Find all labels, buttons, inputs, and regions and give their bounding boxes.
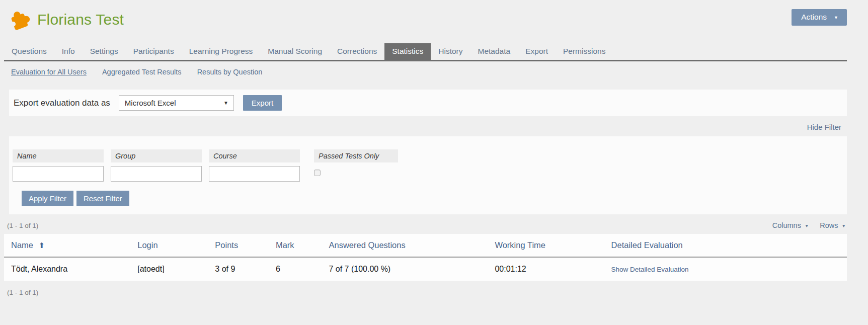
show-detailed-evaluation-link[interactable]: Show Detailed Evaluation [611, 266, 689, 273]
tab-manual-scoring[interactable]: Manual Scoring [260, 43, 330, 60]
tab-metadata[interactable]: Metadata [470, 43, 518, 60]
select-dropdown-arrow-icon: ▼ [223, 100, 228, 106]
columns-menu[interactable]: Columns ▼ [772, 221, 809, 229]
rows-menu-label: Rows [820, 221, 838, 229]
export-format-selected-value: Microsoft Excel [125, 99, 176, 107]
table-chrome: (1 - 1 of 1) Columns ▼ Rows ▼ [4, 214, 847, 234]
filter-field-course: Course [209, 149, 300, 182]
filter-field-name: Name [13, 149, 104, 182]
subtab-aggregated-test-results[interactable]: Aggregated Test Results [102, 68, 182, 76]
tab-export[interactable]: Export [518, 43, 556, 60]
chevron-down-icon: ▼ [834, 16, 838, 20]
cell-name: Tödt, Alexandra [4, 257, 130, 281]
column-header-detailed-evaluation: Detailed Evaluation [604, 234, 847, 257]
table-header-row: Name ⬆ Login Points Mark Answered Questi… [4, 234, 847, 257]
filter-panel: Name Group Course Passed Tests Only Appl… [9, 136, 847, 214]
tab-participants[interactable]: Participants [126, 43, 182, 60]
evaluation-table: Name ⬆ Login Points Mark Answered Questi… [4, 234, 847, 281]
course-filter-label: Course [209, 149, 300, 162]
cell-answered-questions: 7 of 7 (100.00 %) [322, 257, 488, 281]
filter-fields: Name Group Course Passed Tests Only [13, 149, 847, 182]
course-filter-input[interactable] [209, 166, 300, 182]
subtab-results-by-question[interactable]: Results by Question [197, 68, 263, 76]
export-button[interactable]: Export [243, 95, 282, 111]
chevron-down-icon: ▼ [842, 224, 846, 228]
name-filter-input[interactable] [13, 166, 104, 182]
column-header-answered-questions[interactable]: Answered Questions [322, 234, 488, 257]
group-filter-label: Group [111, 149, 202, 162]
chevron-down-icon: ▼ [805, 224, 809, 228]
cell-login: [atoedt] [130, 257, 208, 281]
cell-mark: 6 [269, 257, 322, 281]
cell-working-time: 00:01:12 [488, 257, 604, 281]
name-filter-label: Name [13, 149, 104, 162]
tab-questions[interactable]: Questions [4, 43, 54, 60]
export-bar: Export evaluation data as Microsoft Exce… [9, 90, 847, 116]
sort-ascending-icon: ⬆ [39, 241, 45, 250]
page-title: Florians Test [37, 11, 124, 28]
cell-detailed-evaluation: Show Detailed Evaluation [604, 257, 847, 281]
tab-statistics[interactable]: Statistics [384, 43, 431, 60]
tab-history[interactable]: History [431, 43, 470, 60]
cell-points: 3 of 9 [208, 257, 269, 281]
tab-learning-progress[interactable]: Learning Progress [182, 43, 261, 60]
column-header-working-time[interactable]: Working Time [488, 234, 604, 257]
column-header-mark[interactable]: Mark [269, 234, 322, 257]
column-header-name[interactable]: Name ⬆ [4, 234, 130, 257]
filter-toggle-row: Hide Filter [0, 116, 847, 136]
table-view-menus: Columns ▼ Rows ▼ [772, 221, 846, 229]
export-format-select[interactable]: Microsoft Excel ▼ [119, 95, 234, 111]
filter-field-passed-tests-only: Passed Tests Only [314, 149, 398, 182]
subtab-evaluation-for-all-users[interactable]: Evaluation for All Users [11, 68, 87, 76]
group-filter-input[interactable] [111, 166, 202, 182]
page-header: Florians Test Actions ▼ [0, 0, 868, 43]
column-header-login[interactable]: Login [130, 234, 208, 257]
filter-buttons: Apply Filter Reset Filter [13, 191, 847, 206]
passed-tests-only-label: Passed Tests Only [314, 149, 398, 162]
pagination-bottom: (1 - 1 of 1) [7, 289, 38, 296]
actions-button-label: Actions [801, 13, 827, 22]
tab-settings[interactable]: Settings [83, 43, 126, 60]
passed-tests-only-checkbox[interactable] [314, 170, 321, 176]
columns-menu-label: Columns [772, 221, 801, 229]
pagination-bottom-row: (1 - 1 of 1) [4, 281, 847, 297]
reset-filter-button[interactable]: Reset Filter [76, 191, 129, 206]
tab-corrections[interactable]: Corrections [330, 43, 384, 60]
pagination-top: (1 - 1 of 1) [7, 222, 38, 229]
rows-menu[interactable]: Rows ▼ [820, 221, 846, 229]
tab-permissions[interactable]: Permissions [556, 43, 613, 60]
export-label: Export evaluation data as [14, 98, 110, 108]
table-row: Tödt, Alexandra [atoedt] 3 of 9 6 7 of 7… [4, 257, 847, 281]
tab-info[interactable]: Info [54, 43, 83, 60]
test-puzzle-icon [7, 8, 30, 31]
actions-button[interactable]: Actions ▼ [792, 9, 847, 26]
filter-field-group: Group [111, 149, 202, 182]
column-header-points[interactable]: Points [208, 234, 269, 257]
tab-bar: Questions Info Settings Participants Lea… [4, 43, 847, 61]
header-title-group: Florians Test [7, 8, 124, 31]
hide-filter-link[interactable]: Hide Filter [807, 123, 841, 131]
subtab-bar: Evaluation for All Users Aggregated Test… [0, 61, 868, 83]
apply-filter-button[interactable]: Apply Filter [22, 191, 73, 206]
statistics-page: Florians Test Actions ▼ Questions Info S… [0, 0, 868, 325]
